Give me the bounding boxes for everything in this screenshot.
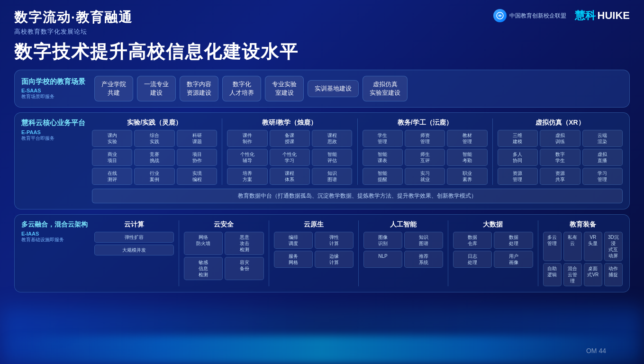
iaas-module-title-3: 人工智能 xyxy=(363,220,443,229)
header-left: 数字流动·教育融通 高校教育数字化发展论坛 xyxy=(14,9,133,36)
iaas-cell-2-2: 服务 网格 xyxy=(274,251,313,268)
iaas-section: 多云融合，混合云架构 E-IAAS 教育基础设施即服务 云计算弹性扩容大规模并发… xyxy=(14,214,630,292)
paas-cell-2-2: 教材 管理 xyxy=(447,130,487,147)
paas-module-grid-0: 课内 实验综合 实践科研 课题商业 项目竞赛 挑战项目 协作在线 测评行业 案例… xyxy=(92,130,217,185)
iaas-module-2: 云原生编排 调度弹性 计算服务 网格边缘 计算 xyxy=(274,220,354,268)
paas-cell-3-0: 三维 建模 xyxy=(498,130,538,147)
iaas-cell-5-7: 动作 捕捉 xyxy=(604,263,623,286)
brand-subtitle: 高校教育数字化发展论坛 xyxy=(14,27,133,36)
saas-item-4: 专业实验 室建设 xyxy=(265,76,304,101)
paas-module-grid-1: 课件 制作备课 授课课程 思政个性化 辅导个性化 学习智能 评估培养 方案课程 … xyxy=(227,130,352,185)
saas-item-2: 数字内容 资源建设 xyxy=(180,76,218,101)
iaas-cell-4-0: 数据 仓库 xyxy=(453,232,492,249)
iaas-cell-5-1: 私有 云 xyxy=(563,232,582,261)
paas-module-title-3: 虚拟仿真（XR） xyxy=(498,118,623,127)
paas-cell-3-3: 多人 协同 xyxy=(498,149,538,166)
iaas-grid-2: 编排 调度弹性 计算服务 网格边缘 计算 xyxy=(274,232,354,268)
saas-item-5: 实训基地建设 xyxy=(308,80,359,97)
paas-cell-1-1: 备课 授课 xyxy=(270,130,310,147)
iaas-grid-1: 网络 防火墙恶意 攻击 检测敏感 信息 检测容灾 备份 xyxy=(184,232,263,280)
header: 数字流动·教育融通 高校教育数字化发展论坛 中国教育创新校企联盟 慧科 HUIK… xyxy=(14,9,630,36)
iaas-label-desc: 教育基础设施即服务 xyxy=(21,237,88,243)
iaas-cell-2-1: 弹性 计算 xyxy=(315,232,354,249)
paas-section: 慧科云核心业务平台 E-PAAS 教育平台即服务 实验/实践（灵鹿）课内 实验综… xyxy=(14,112,630,209)
paas-cell-3-8: 学习 管理 xyxy=(582,168,623,185)
iaas-module-title-0: 云计算 xyxy=(94,220,174,229)
paas-cell-0-3: 商业 项目 xyxy=(92,149,132,166)
paas-cell-0-7: 行业 案例 xyxy=(134,168,174,185)
paas-module-title-2: 教务/学工（沄鹿） xyxy=(363,118,488,127)
iaas-cell-3-0: 图像 识别 xyxy=(363,232,402,249)
paas-module-1: 教研/教学（烛鹿）课件 制作备课 授课课程 思政个性化 辅导个性化 学习智能 评… xyxy=(227,118,352,185)
paas-cell-1-0: 课件 制作 xyxy=(227,130,267,147)
paas-divider-2 xyxy=(492,118,493,185)
paas-cell-1-3: 个性化 辅导 xyxy=(227,149,267,166)
paas-module-0: 实验/实践（灵鹿）课内 实验综合 实践科研 课题商业 项目竞赛 挑战项目 协作在… xyxy=(92,118,217,185)
paas-cell-1-6: 培养 方案 xyxy=(227,168,267,185)
saas-label-desc: 教育场景即服务 xyxy=(21,93,88,100)
logo2-hui: 慧科 xyxy=(575,9,596,23)
saas-item-1: 一流专业 建设 xyxy=(137,76,176,101)
paas-cell-2-1: 师资 管理 xyxy=(405,130,445,147)
paas-cell-2-7: 实习 就业 xyxy=(405,168,445,185)
iaas-label-main: 多云融合，混合云架构 xyxy=(21,220,88,229)
paas-cell-3-7: 资源 共享 xyxy=(540,168,580,185)
iaas-module-title-1: 云安全 xyxy=(184,220,263,229)
iaas-cell-0-1: 大规模并发 xyxy=(94,245,174,255)
page-wrapper: 数字流动·教育融通 高校教育数字化发展论坛 中国教育创新校企联盟 慧科 HUIK… xyxy=(0,0,644,364)
paas-label: 慧科云核心业务平台 E-PAAS 教育平台即服务 xyxy=(21,118,85,142)
iaas-divider-1 xyxy=(269,220,269,286)
saas-items: 产业学院 共建一流专业 建设数字内容 资源建设数字化 人才培养专业实验 室建设实… xyxy=(94,76,408,101)
paas-cell-2-0: 学生 管理 xyxy=(363,130,403,147)
paas-content: 实验/实践（灵鹿）课内 实验综合 实践科研 课题商业 项目竞赛 挑战项目 协作在… xyxy=(92,118,623,203)
paas-cell-0-6: 在线 测评 xyxy=(92,168,132,185)
paas-cell-2-8: 职业 素养 xyxy=(447,168,487,185)
paas-label-main: 慧科云核心业务平台 xyxy=(21,118,85,127)
logo1-icon xyxy=(493,9,507,22)
iaas-cell-4-3: 用户 画像 xyxy=(494,251,533,268)
paas-module-grid-3: 三维 建模虚拟 训练云端 渲染多人 协同数字 学生虚拟 直播资源 管理资源 共享… xyxy=(498,130,623,185)
om-badge: OM 44 xyxy=(586,347,606,355)
iaas-cell-2-3: 边缘 计算 xyxy=(315,251,354,268)
saas-section: 面向学校的教育场景 E-SAAS 教育场景即服务 产业学院 共建一流专业 建设数… xyxy=(14,70,630,108)
paas-cell-1-4: 个性化 学习 xyxy=(270,149,310,166)
iaas-module-title-4: 大数据 xyxy=(453,220,533,229)
iaas-cell-2-0: 编排 调度 xyxy=(274,232,313,249)
iaas-module-3: 人工智能图像 识别知识 图谱NLP推荐 系统 xyxy=(363,220,443,268)
iaas-cell-4-2: 日志 处理 xyxy=(453,251,492,268)
paas-footer: 教育数据中台（打通数据孤岛、沉淀教学数据、提炼教学方法、提升教学效果、创新教学模… xyxy=(92,189,623,203)
brand-title: 数字流动·教育融通 xyxy=(14,9,133,27)
iaas-divider-3 xyxy=(448,220,448,286)
header-right: 中国教育创新校企联盟 慧科 HUIKE xyxy=(493,9,630,23)
logo1-text: 中国教育创新校企联盟 xyxy=(509,12,566,20)
paas-cell-0-2: 科研 课题 xyxy=(177,130,217,147)
iaas-module-5: 教育装备多云 管理私有 云VR 头显3D沉浸 式互动屏自助 逻辑混合 云管理桌面… xyxy=(543,220,623,286)
iaas-divider-2 xyxy=(358,220,359,286)
iaas-cell-1-1: 恶意 攻击 检测 xyxy=(225,232,263,255)
logo2-huike: HUIKE xyxy=(598,9,630,22)
iaas-grid-5: 多云 管理私有 云VR 头显3D沉浸 式互动屏自助 逻辑混合 云管理桌面 式VR… xyxy=(543,232,623,286)
saas-label-main: 面向学校的教育场景 xyxy=(21,77,88,86)
iaas-grid-3: 图像 识别知识 图谱NLP推荐 系统 xyxy=(363,232,443,268)
paas-cell-2-6: 智能 提醒 xyxy=(363,168,403,185)
iaas-cell-1-3: 容灾 备份 xyxy=(225,257,263,280)
saas-item-0: 产业学院 共建 xyxy=(94,76,133,101)
paas-cell-3-2: 云端 渲染 xyxy=(582,130,623,147)
paas-module-grid-2: 学生 管理师资 管理教材 管理智能 课表师生 互评智能 考勤智能 提醒实习 就业… xyxy=(363,130,488,185)
paas-cell-2-4: 师生 互评 xyxy=(405,149,445,166)
paas-cell-0-5: 项目 协作 xyxy=(177,149,217,166)
paas-cell-3-1: 虚拟 训练 xyxy=(540,130,580,147)
paas-divider-1 xyxy=(357,118,358,185)
iaas-cell-5-5: 混合 云管理 xyxy=(563,263,582,286)
paas-cell-3-5: 虚拟 直播 xyxy=(582,149,623,166)
iaas-module-title-2: 云原生 xyxy=(274,220,354,229)
paas-cell-0-0: 课内 实验 xyxy=(92,130,132,147)
paas-cell-1-2: 课程 思政 xyxy=(312,130,352,147)
paas-cell-2-5: 智能 考勤 xyxy=(447,149,487,166)
iaas-label-en: E-IAAS xyxy=(21,231,88,237)
iaas-grid-0: 弹性扩容大规模并发 xyxy=(94,232,174,255)
iaas-cell-3-3: 推荐 系统 xyxy=(404,251,443,268)
iaas-cell-4-1: 数据 处理 xyxy=(494,232,533,249)
iaas-cell-1-2: 敏感 信息 检测 xyxy=(184,257,223,280)
paas-label-en: E-PAAS xyxy=(21,129,85,135)
